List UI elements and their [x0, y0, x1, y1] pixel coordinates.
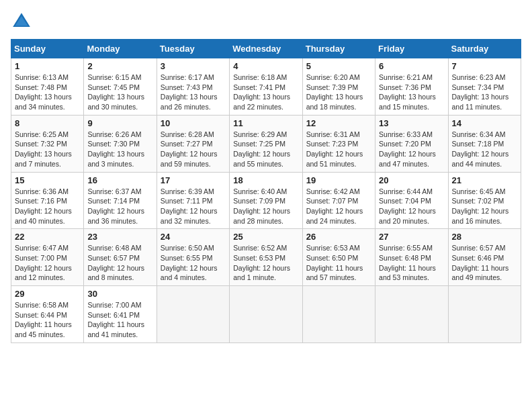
day-info: Sunrise: 6:36 AM Sunset: 7:16 PM Dayligh…: [15, 187, 80, 226]
day-info: Sunrise: 7:00 AM Sunset: 6:41 PM Dayligh…: [87, 300, 152, 340]
calendar-cell: 10Sunrise: 6:28 AM Sunset: 7:27 PM Dayli…: [157, 115, 229, 172]
calendar-cell: 5Sunrise: 6:20 AM Sunset: 7:39 PM Daylig…: [302, 58, 375, 116]
calendar-week-row: 1Sunrise: 6:13 AM Sunset: 7:48 PM Daylig…: [11, 58, 521, 116]
day-info: Sunrise: 6:23 AM Sunset: 7:34 PM Dayligh…: [452, 73, 517, 112]
day-info: Sunrise: 6:21 AM Sunset: 7:36 PM Dayligh…: [379, 73, 444, 112]
day-number: 22: [15, 232, 80, 242]
day-number: 24: [161, 232, 226, 242]
day-info: Sunrise: 6:57 AM Sunset: 6:46 PM Dayligh…: [452, 243, 517, 283]
day-number: 18: [233, 175, 298, 185]
day-info: Sunrise: 6:29 AM Sunset: 7:25 PM Dayligh…: [233, 130, 298, 169]
day-info: Sunrise: 6:15 AM Sunset: 7:45 PM Dayligh…: [87, 73, 152, 112]
day-number: 6: [379, 61, 444, 71]
day-number: 13: [379, 118, 444, 128]
day-info: Sunrise: 6:33 AM Sunset: 7:20 PM Dayligh…: [379, 130, 444, 169]
day-info: Sunrise: 6:26 AM Sunset: 7:30 PM Dayligh…: [87, 130, 152, 169]
calendar-cell: 14Sunrise: 6:34 AM Sunset: 7:18 PM Dayli…: [448, 115, 521, 172]
calendar-cell: [157, 286, 229, 343]
day-info: Sunrise: 6:31 AM Sunset: 7:23 PM Dayligh…: [306, 130, 371, 169]
calendar-cell: 29Sunrise: 6:58 AM Sunset: 6:44 PM Dayli…: [11, 286, 84, 343]
header: [11, 11, 521, 32]
calendar-table: SundayMondayTuesdayWednesdayThursdayFrid…: [11, 39, 521, 343]
day-number: 30: [87, 289, 152, 299]
day-number: 12: [306, 118, 371, 128]
calendar-cell: 2Sunrise: 6:15 AM Sunset: 7:45 PM Daylig…: [84, 58, 157, 116]
calendar-cell: 1Sunrise: 6:13 AM Sunset: 7:48 PM Daylig…: [11, 58, 84, 116]
calendar-header-sunday: Sunday: [11, 40, 84, 58]
calendar-cell: 7Sunrise: 6:23 AM Sunset: 7:34 PM Daylig…: [448, 58, 521, 116]
calendar-cell: 11Sunrise: 6:29 AM Sunset: 7:25 PM Dayli…: [230, 115, 302, 172]
calendar-header-tuesday: Tuesday: [157, 40, 229, 58]
day-number: 1: [15, 61, 80, 71]
calendar-cell: 25Sunrise: 6:52 AM Sunset: 6:53 PM Dayli…: [230, 229, 302, 286]
logo: [11, 11, 35, 32]
day-number: 23: [87, 232, 152, 242]
day-info: Sunrise: 6:25 AM Sunset: 7:32 PM Dayligh…: [15, 130, 80, 169]
day-info: Sunrise: 6:42 AM Sunset: 7:07 PM Dayligh…: [306, 187, 371, 226]
day-info: Sunrise: 6:34 AM Sunset: 7:18 PM Dayligh…: [452, 130, 517, 169]
day-number: 14: [452, 118, 517, 128]
calendar-cell: 28Sunrise: 6:57 AM Sunset: 6:46 PM Dayli…: [448, 229, 521, 286]
day-number: 19: [306, 175, 371, 185]
day-info: Sunrise: 6:28 AM Sunset: 7:27 PM Dayligh…: [161, 130, 226, 169]
calendar-cell: 19Sunrise: 6:42 AM Sunset: 7:07 PM Dayli…: [302, 172, 375, 229]
day-info: Sunrise: 6:39 AM Sunset: 7:11 PM Dayligh…: [161, 187, 226, 226]
calendar-header-thursday: Thursday: [302, 40, 375, 58]
day-number: 25: [233, 232, 298, 242]
calendar-cell: 24Sunrise: 6:50 AM Sunset: 6:55 PM Dayli…: [157, 229, 229, 286]
day-number: 2: [87, 61, 152, 71]
day-number: 3: [161, 61, 226, 71]
calendar-header-saturday: Saturday: [448, 40, 521, 58]
calendar-cell: 23Sunrise: 6:48 AM Sunset: 6:57 PM Dayli…: [84, 229, 157, 286]
calendar-cell: [230, 286, 302, 343]
calendar-cell: [302, 286, 375, 343]
day-number: 8: [15, 118, 80, 128]
calendar-cell: 4Sunrise: 6:18 AM Sunset: 7:41 PM Daylig…: [230, 58, 302, 116]
calendar-header-friday: Friday: [375, 40, 448, 58]
calendar-cell: 22Sunrise: 6:47 AM Sunset: 7:00 PM Dayli…: [11, 229, 84, 286]
calendar-cell: 26Sunrise: 6:53 AM Sunset: 6:50 PM Dayli…: [302, 229, 375, 286]
day-number: 17: [161, 175, 226, 185]
calendar-week-row: 29Sunrise: 6:58 AM Sunset: 6:44 PM Dayli…: [11, 286, 521, 343]
calendar-week-row: 22Sunrise: 6:47 AM Sunset: 7:00 PM Dayli…: [11, 229, 521, 286]
calendar-cell: 30Sunrise: 7:00 AM Sunset: 6:41 PM Dayli…: [84, 286, 157, 343]
calendar-week-row: 15Sunrise: 6:36 AM Sunset: 7:16 PM Dayli…: [11, 172, 521, 229]
day-number: 11: [233, 118, 298, 128]
calendar-cell: 13Sunrise: 6:33 AM Sunset: 7:20 PM Dayli…: [375, 115, 448, 172]
day-number: 7: [452, 61, 517, 71]
calendar-week-row: 8Sunrise: 6:25 AM Sunset: 7:32 PM Daylig…: [11, 115, 521, 172]
day-number: 10: [161, 118, 226, 128]
day-info: Sunrise: 6:40 AM Sunset: 7:09 PM Dayligh…: [233, 187, 298, 226]
calendar-cell: 16Sunrise: 6:37 AM Sunset: 7:14 PM Dayli…: [84, 172, 157, 229]
calendar-cell: 8Sunrise: 6:25 AM Sunset: 7:32 PM Daylig…: [11, 115, 84, 172]
calendar-header-row: SundayMondayTuesdayWednesdayThursdayFrid…: [11, 40, 521, 58]
day-info: Sunrise: 6:45 AM Sunset: 7:02 PM Dayligh…: [452, 187, 517, 226]
calendar-cell: 21Sunrise: 6:45 AM Sunset: 7:02 PM Dayli…: [448, 172, 521, 229]
calendar-cell: 12Sunrise: 6:31 AM Sunset: 7:23 PM Dayli…: [302, 115, 375, 172]
day-info: Sunrise: 6:48 AM Sunset: 6:57 PM Dayligh…: [87, 243, 152, 283]
day-info: Sunrise: 6:52 AM Sunset: 6:53 PM Dayligh…: [233, 243, 298, 283]
day-info: Sunrise: 6:47 AM Sunset: 7:00 PM Dayligh…: [15, 243, 80, 283]
day-number: 5: [306, 61, 371, 71]
day-info: Sunrise: 6:53 AM Sunset: 6:50 PM Dayligh…: [306, 243, 371, 283]
day-info: Sunrise: 6:58 AM Sunset: 6:44 PM Dayligh…: [15, 300, 80, 340]
day-info: Sunrise: 6:44 AM Sunset: 7:04 PM Dayligh…: [379, 187, 444, 226]
day-info: Sunrise: 6:37 AM Sunset: 7:14 PM Dayligh…: [87, 187, 152, 226]
day-info: Sunrise: 6:50 AM Sunset: 6:55 PM Dayligh…: [161, 243, 226, 283]
calendar-header-wednesday: Wednesday: [230, 40, 302, 58]
day-info: Sunrise: 6:55 AM Sunset: 6:48 PM Dayligh…: [379, 243, 444, 283]
day-number: 26: [306, 232, 371, 242]
calendar-cell: 15Sunrise: 6:36 AM Sunset: 7:16 PM Dayli…: [11, 172, 84, 229]
day-number: 16: [87, 175, 152, 185]
day-number: 20: [379, 175, 444, 185]
calendar-cell: [375, 286, 448, 343]
calendar-cell: 17Sunrise: 6:39 AM Sunset: 7:11 PM Dayli…: [157, 172, 229, 229]
day-number: 28: [452, 232, 517, 242]
calendar-cell: [448, 286, 521, 343]
calendar-cell: 9Sunrise: 6:26 AM Sunset: 7:30 PM Daylig…: [84, 115, 157, 172]
day-info: Sunrise: 6:18 AM Sunset: 7:41 PM Dayligh…: [233, 73, 298, 112]
day-info: Sunrise: 6:17 AM Sunset: 7:43 PM Dayligh…: [161, 73, 226, 112]
calendar-cell: 3Sunrise: 6:17 AM Sunset: 7:43 PM Daylig…: [157, 58, 229, 116]
calendar-cell: 6Sunrise: 6:21 AM Sunset: 7:36 PM Daylig…: [375, 58, 448, 116]
day-number: 21: [452, 175, 517, 185]
